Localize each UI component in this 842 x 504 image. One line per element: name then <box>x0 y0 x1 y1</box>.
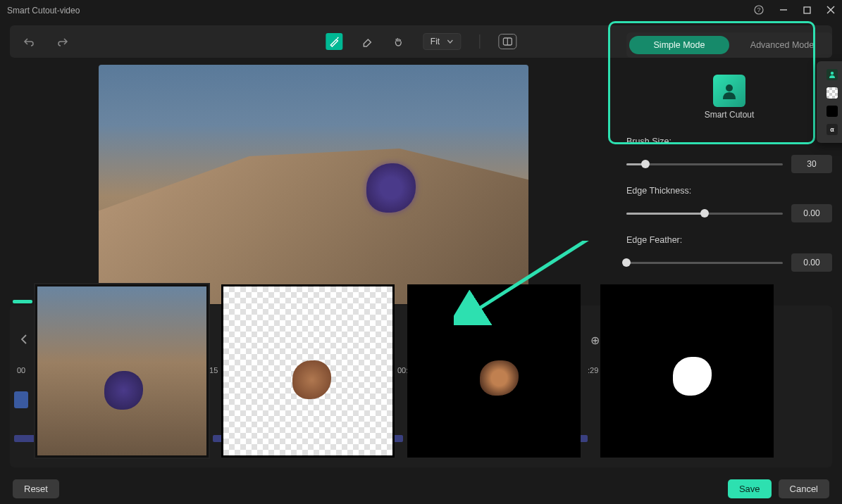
edge-feather-label: Edge Feather: <box>626 235 832 245</box>
timeline: ⊕ 00 :15 00:0 :29 <box>10 305 832 467</box>
alpha-icon: α <box>826 124 838 135</box>
svg-point-11 <box>726 84 733 92</box>
minimize-icon[interactable] <box>779 6 788 16</box>
smart-cutout-label: Smart Cutout <box>626 110 832 120</box>
smart-cutout-thumbnail[interactable] <box>713 75 745 107</box>
dropdown-item-transparency-grid[interactable]: Toggle Transparency Grid <box>817 84 842 102</box>
brush-size-slider[interactable] <box>626 163 783 165</box>
undo-icon[interactable] <box>23 35 35 48</box>
timeline-range-indicator[interactable] <box>13 300 32 303</box>
reset-button[interactable]: Reset <box>13 479 59 498</box>
chevron-down-icon <box>447 39 453 44</box>
dropdown-item-transparency-black[interactable]: Toggle Transparency Black <box>817 102 842 120</box>
svg-line-10 <box>475 241 630 311</box>
mode-tabs: Simple Mode Advanced Mode <box>626 32 832 58</box>
zoom-select[interactable]: Fit <box>423 33 461 50</box>
tab-advanced-mode[interactable]: Advanced Mode <box>732 36 832 54</box>
footer: Reset Save Cancel <box>0 473 842 504</box>
person-icon <box>826 69 838 80</box>
side-panel: Smart Cutout Brush Size: 30 Edge Thickne… <box>626 65 832 284</box>
brush-size-value[interactable]: 30 <box>791 155 832 173</box>
titlebar: Smart Cutout-video ? <box>0 0 842 21</box>
hand-tool-icon[interactable] <box>392 35 404 48</box>
save-button[interactable]: Save <box>728 479 772 498</box>
maximize-icon[interactable] <box>803 6 811 16</box>
zoom-label: Fit <box>431 37 440 46</box>
window-title: Smart Cutout-video <box>7 6 754 15</box>
cancel-button[interactable]: Cancel <box>779 479 829 498</box>
compare-icon[interactable] <box>498 34 516 49</box>
view-mode-dropdown: Toggle Alpha Overlay Toggle Transparency… <box>817 61 842 143</box>
timeline-tick: 00 <box>17 366 25 374</box>
eraser-tool-icon[interactable] <box>361 35 373 48</box>
brush-size-label: Brush Size: <box>626 137 832 146</box>
timeline-clip[interactable] <box>14 391 28 408</box>
edge-feather-value[interactable]: 0.00 <box>791 253 832 272</box>
svg-point-9 <box>831 72 834 75</box>
help-icon[interactable]: ? <box>754 5 764 17</box>
tab-simple-mode[interactable]: Simple Mode <box>629 36 729 54</box>
edge-feather-slider[interactable] <box>626 262 783 264</box>
brush-tool-icon[interactable] <box>326 33 342 50</box>
window-controls: ? <box>754 5 835 17</box>
dropdown-item-alpha[interactable]: α Toggle Alpha <box>817 120 842 139</box>
timeline-prev-icon[interactable] <box>20 334 32 346</box>
grid-icon <box>826 87 838 99</box>
dropdown-item-alpha-overlay[interactable]: Toggle Alpha Overlay <box>817 65 842 84</box>
annotation-arrow <box>454 241 637 325</box>
close-icon[interactable] <box>826 6 835 16</box>
divider <box>479 34 480 49</box>
preview-subject <box>366 163 416 213</box>
brush-size-control: Brush Size: 30 <box>626 137 832 173</box>
preview-thumbnails <box>35 284 767 458</box>
edge-thickness-value[interactable]: 0.00 <box>791 204 832 222</box>
black-icon <box>826 106 838 117</box>
edge-feather-control: Edge Feather: 0.00 <box>626 235 832 272</box>
svg-rect-3 <box>804 7 810 13</box>
preview-alpha-overlay[interactable] <box>35 284 209 458</box>
preview-transparency-grid[interactable] <box>221 284 395 458</box>
edge-thickness-label: Edge Thickness: <box>626 186 832 196</box>
edge-thickness-control: Edge Thickness: 0.00 <box>626 186 832 222</box>
edge-thickness-slider[interactable] <box>626 213 783 215</box>
svg-text:?: ? <box>757 6 760 13</box>
redo-icon[interactable] <box>56 35 69 48</box>
